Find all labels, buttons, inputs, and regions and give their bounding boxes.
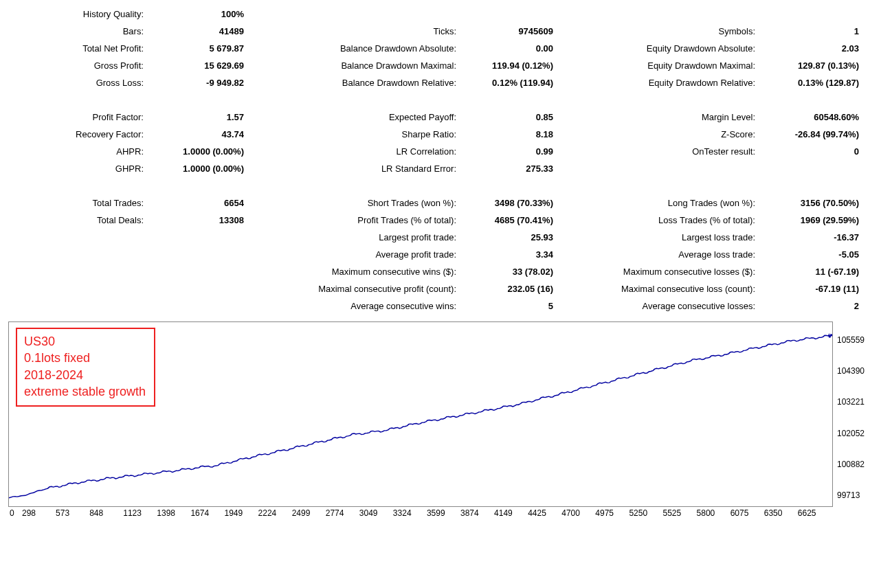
stat-label: Gross Profit:	[0, 60, 148, 71]
stat-value: -67.19 (11)	[759, 284, 866, 294]
x-tick: 3324	[393, 508, 427, 518]
stats-grid: History Quality:100%Bars:41489Total Net …	[0, 0, 881, 315]
stats-col-2: Ticks:9745609Balance Drawdown Absolute:0…	[254, 5, 564, 315]
stat-row: Recovery Factor:43.74	[0, 126, 254, 143]
stat-row: Profit Trades (% of total):4685 (70.41%)	[254, 212, 564, 229]
stat-row: Total Net Profit:5 679.87	[0, 40, 254, 57]
stat-row: Z-Score:-26.84 (99.74%)	[564, 126, 873, 143]
stat-label: Maximum consecutive losses ($):	[564, 267, 759, 277]
stat-label: Average profit trade:	[254, 249, 460, 260]
stat-label: Balance Drawdown Absolute:	[254, 43, 460, 54]
stat-row: Equity Drawdown Absolute:2.03	[564, 40, 873, 57]
stat-label: Bars:	[0, 26, 148, 36]
stat-spacer	[564, 160, 873, 177]
stat-value: 100%	[148, 9, 251, 19]
annotation-box: US30 0.1lots fixed 2018-2024 extreme sta…	[16, 328, 155, 407]
stat-value: 15 629.69	[148, 60, 251, 71]
stat-value: 33 (78.02)	[460, 267, 560, 277]
stat-value: 119.94 (0.12%)	[460, 60, 560, 71]
stat-label: Balance Drawdown Maximal:	[254, 60, 460, 71]
stat-value: 275.33	[460, 163, 560, 174]
stat-label: Equity Drawdown Absolute:	[564, 43, 759, 54]
chart-y-axis: 10555910439010322110205210088299713	[834, 321, 873, 507]
stat-value: -9 949.82	[148, 78, 251, 88]
stat-label: Average consecutive wins:	[254, 301, 460, 311]
stat-row: Balance Drawdown Relative:0.12% (119.94)	[254, 74, 564, 91]
stat-label: Profit Factor:	[0, 112, 148, 122]
stat-spacer	[564, 177, 873, 194]
stat-value: 8.18	[460, 129, 560, 139]
stat-row: Total Deals:13308	[0, 212, 254, 229]
stat-value: 0.00	[460, 43, 560, 54]
x-tick: 4425	[528, 508, 561, 518]
x-tick: 4975	[595, 508, 629, 518]
stat-value: 1	[759, 26, 866, 36]
x-tick: 3874	[460, 508, 494, 518]
stat-row: Average consecutive wins:5	[254, 297, 564, 315]
stat-label: Equity Drawdown Relative:	[564, 78, 759, 88]
stat-row: Equity Drawdown Maximal:129.87 (0.13%)	[564, 57, 873, 74]
x-tick: 6075	[731, 508, 764, 518]
stat-label: AHPR:	[0, 146, 148, 157]
stat-row: Ticks:9745609	[254, 23, 564, 40]
stat-label: Maximum consecutive wins ($):	[254, 267, 460, 277]
x-tick: 2774	[326, 508, 359, 518]
x-tick: 573	[56, 508, 89, 518]
stat-value: 129.87 (0.13%)	[759, 60, 866, 71]
stat-row: Largest loss trade:-16.37	[564, 229, 873, 246]
stats-col-3: Symbols:1Equity Drawdown Absolute:2.03Eq…	[564, 5, 873, 315]
x-tick: 3049	[359, 508, 393, 518]
stat-value: 232.05 (16)	[460, 284, 560, 294]
stat-label: Balance Drawdown Relative:	[254, 78, 460, 88]
stat-label: Equity Drawdown Maximal:	[564, 60, 759, 71]
stat-value: 60548.60%	[759, 112, 866, 122]
stat-spacer	[254, 91, 564, 109]
stat-label: Sharpe Ratio:	[254, 129, 460, 139]
x-tick: 1398	[157, 508, 190, 518]
stat-label: Short Trades (won %):	[254, 198, 460, 208]
stat-value: 3.34	[460, 249, 560, 260]
x-tick: 1674	[190, 508, 224, 518]
stat-row: LR Standard Error:275.33	[254, 160, 564, 177]
stat-value: 2	[759, 301, 866, 311]
stat-row: Balance Drawdown Absolute:0.00	[254, 40, 564, 57]
x-tick: 4700	[561, 508, 595, 518]
stat-label: Recovery Factor:	[0, 129, 148, 139]
y-tick: 105559	[837, 335, 873, 345]
stat-label: GHPR:	[0, 163, 148, 174]
x-tick: 0	[10, 508, 22, 518]
stat-label: Long Trades (won %):	[564, 198, 759, 208]
stat-row: Sharpe Ratio:8.18	[254, 126, 564, 143]
annotation-line-1: US30	[24, 333, 146, 350]
stat-value: 6654	[148, 198, 251, 208]
annotation-line-3: 2018-2024	[24, 367, 146, 383]
stat-value: 1.57	[148, 112, 251, 122]
stat-row: Symbols:1	[564, 23, 873, 40]
stat-row: OnTester result:0	[564, 143, 873, 160]
x-tick: 6625	[798, 508, 832, 518]
y-tick: 103221	[837, 397, 873, 407]
stat-label: Maximal consecutive profit (count):	[254, 284, 460, 294]
stat-spacer	[254, 5, 564, 23]
stat-label: LR Standard Error:	[254, 163, 460, 174]
x-tick: 6350	[764, 508, 798, 518]
stat-spacer	[564, 5, 873, 23]
stat-label: Total Trades:	[0, 198, 148, 208]
stat-value: 43.74	[148, 129, 251, 139]
x-tick: 848	[89, 508, 123, 518]
stat-label: Symbols:	[564, 26, 759, 36]
stat-value: 2.03	[759, 43, 866, 54]
annotation-line-2: 0.1lots fixed	[24, 350, 146, 366]
stat-row: GHPR:1.0000 (0.00%)	[0, 160, 254, 177]
stat-value: 3498 (70.33%)	[460, 198, 560, 208]
stat-label: Expected Payoff:	[254, 112, 460, 122]
stat-value: 9745609	[460, 26, 560, 36]
stat-value: 1.0000 (0.00%)	[148, 146, 251, 157]
stat-label: Gross Loss:	[0, 78, 148, 88]
stat-row: History Quality:100%	[0, 5, 254, 23]
stat-label: Largest profit trade:	[254, 232, 460, 242]
stat-row: Loss Trades (% of total):1969 (29.59%)	[564, 212, 873, 229]
stat-value: -16.37	[759, 232, 866, 242]
stat-row: Maximum consecutive wins ($):33 (78.02)	[254, 263, 564, 280]
x-tick: 298	[22, 508, 56, 518]
